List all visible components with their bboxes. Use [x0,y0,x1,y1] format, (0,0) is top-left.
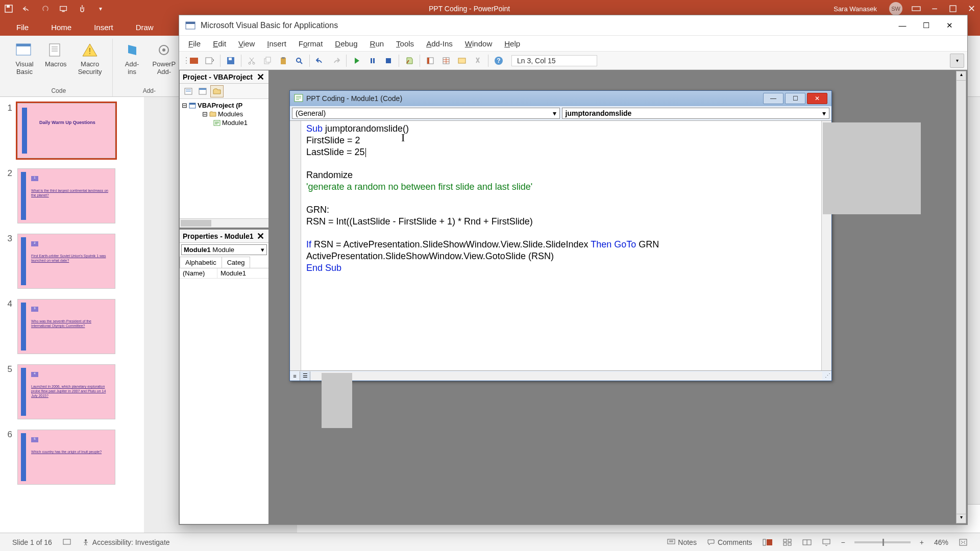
toolbox-icon[interactable] [471,54,485,68]
procedure-view-icon[interactable]: ≡ [290,371,300,381]
save-icon[interactable] [224,54,238,68]
break-icon[interactable] [365,54,380,68]
slide-thumbnail[interactable]: 1What is the third largest continental l… [17,168,115,223]
user-name[interactable]: Sara Wanasek [834,5,877,13]
reset-icon[interactable] [381,54,396,68]
close-icon[interactable]: ✕ [255,231,265,241]
tab-draw[interactable]: Draw [125,19,165,36]
help-icon[interactable]: ? [492,54,506,68]
prop-val[interactable]: Module1 [217,268,249,278]
slide-thumbnail[interactable]: 4Launched in 2006, which planetary explo… [17,364,115,419]
menu-debug[interactable]: Debug [330,37,362,50]
slide-thumbnail[interactable]: Daily Warm Up Questions [17,103,115,158]
slide-thumbnail[interactable]: 3Who was the seventh President of the In… [17,299,115,354]
project-explorer-title[interactable]: Project - VBAProject ✕ [180,70,268,84]
zoom-slider[interactable] [854,541,911,543]
notes-button[interactable]: Notes [667,538,697,546]
code-title-bar[interactable]: PPT Coding - Module1 (Code) — ☐ ✕ [290,91,831,106]
object-dropdown[interactable]: Module1 Module ▾ [181,244,267,255]
slide-thumbnail[interactable]: 5Which country has the origin of Inuit p… [17,430,115,485]
touch-mode-icon[interactable] [78,4,87,13]
save-icon[interactable] [4,4,13,13]
module1-label[interactable]: Module1 [222,119,248,127]
undo-icon[interactable] [22,4,32,13]
language-icon[interactable] [62,538,71,546]
slide-thumbnail-panel[interactable]: 1Daily Warm Up Questions21What is the th… [0,97,144,533]
h-scrollbar[interactable] [180,218,268,228]
find-icon[interactable] [292,54,306,68]
slide-thumbnail[interactable]: 2First Earth-orbiter Soviet Union's Sput… [17,234,115,289]
code-close-icon[interactable]: ✕ [807,93,827,104]
project-explorer-icon[interactable] [423,54,437,68]
code-maximize-icon[interactable]: ☐ [785,93,805,104]
start-from-beginning-icon[interactable] [59,4,68,13]
menu-help[interactable]: Help [499,37,525,50]
menu-window[interactable]: Window [460,37,497,50]
accessibility-status[interactable]: Accessibility: Investigate [82,538,170,546]
vba-maximize-icon[interactable]: ☐ [914,18,938,33]
copy-icon[interactable] [260,54,275,68]
procedure-dropdown[interactable]: jumptorandomslide▾ [562,108,830,119]
ribbon-display-icon[interactable] [912,4,921,13]
mdi-v-scrollbar[interactable]: ▴ ▾ [956,71,966,523]
maximize-icon[interactable] [948,4,958,13]
code-editor[interactable]: Sub jumptorandomslide() FirstSlide = 2I … [301,121,821,370]
properties-window-icon[interactable] [439,54,453,68]
paste-icon[interactable] [276,54,290,68]
redo-icon[interactable] [329,54,343,68]
close-icon[interactable]: ✕ [255,72,265,82]
resize-grip-icon[interactable]: ⋰ [823,372,831,379]
menu-edit[interactable]: Edit [208,37,231,50]
addins-button[interactable]: Add- ins [118,39,146,86]
tab-home[interactable]: Home [40,19,83,36]
tab-insert[interactable]: Insert [83,19,125,36]
ppt-addins-button[interactable]: PowerP Add- [148,39,181,86]
comments-button[interactable]: Comments [707,538,752,546]
macros-button[interactable]: Macros [40,39,72,86]
menu-insert[interactable]: Insert [262,37,291,50]
sorter-view-icon[interactable] [783,538,792,546]
cut-icon[interactable] [244,54,259,68]
v-scrollbar[interactable] [821,121,831,370]
view-code-icon[interactable] [182,85,195,97]
code-minimize-icon[interactable]: — [763,93,783,104]
minimize-icon[interactable]: − [930,4,939,13]
properties-grid[interactable]: (Name) Module1 [180,268,268,524]
tab-categorized[interactable]: Categ [222,257,251,268]
slide-indicator[interactable]: Slide 1 of 16 [12,538,52,546]
avatar[interactable]: SW [889,2,902,15]
slideshow-view-icon[interactable] [822,538,831,546]
h-scrollbar[interactable] [311,372,822,380]
toolbar-overflow-icon[interactable]: ▾ [950,54,964,68]
redo-icon[interactable] [41,4,50,13]
macro-security-button[interactable]: ! Macro Security [73,39,107,86]
tab-file[interactable]: File [5,19,40,36]
toggle-folders-icon[interactable] [210,85,224,97]
fit-to-window-icon[interactable] [959,538,968,546]
normal-view-icon[interactable] [763,538,773,546]
view-object-icon[interactable] [196,85,209,97]
object-browser-icon[interactable] [455,54,469,68]
run-icon[interactable] [350,54,364,68]
tab-alphabetic[interactable]: Alphabetic [180,257,222,268]
visual-basic-button[interactable]: Visual Basic [10,39,39,86]
qat-more-icon[interactable]: ▾ [96,4,105,13]
design-mode-icon[interactable] [402,54,416,68]
object-dropdown[interactable]: (General)▾ [292,108,560,119]
project-tree[interactable]: ⊟VBAProject (P ⊟Modules Module1 [180,99,268,218]
menu-format[interactable]: Format [293,37,328,50]
reading-view-icon[interactable] [802,539,812,546]
close-icon[interactable]: ✕ [967,4,976,13]
insert-item-icon[interactable] [203,54,217,68]
vba-title-bar[interactable]: Microsoft Visual Basic for Applications … [179,15,967,36]
vba-close-icon[interactable]: ✕ [938,18,961,33]
menu-file[interactable]: File [183,37,206,50]
view-ppt-icon[interactable] [187,54,201,68]
menu-tools[interactable]: Tools [391,37,419,50]
menu-add-ins[interactable]: Add-Ins [421,37,458,50]
menu-view[interactable]: View [233,37,260,50]
vba-minimize-icon[interactable]: — [891,18,914,33]
properties-title[interactable]: Properties - Module1 ✕ [180,230,268,243]
full-module-view-icon[interactable]: ☰ [300,371,310,381]
undo-icon[interactable] [313,54,327,68]
